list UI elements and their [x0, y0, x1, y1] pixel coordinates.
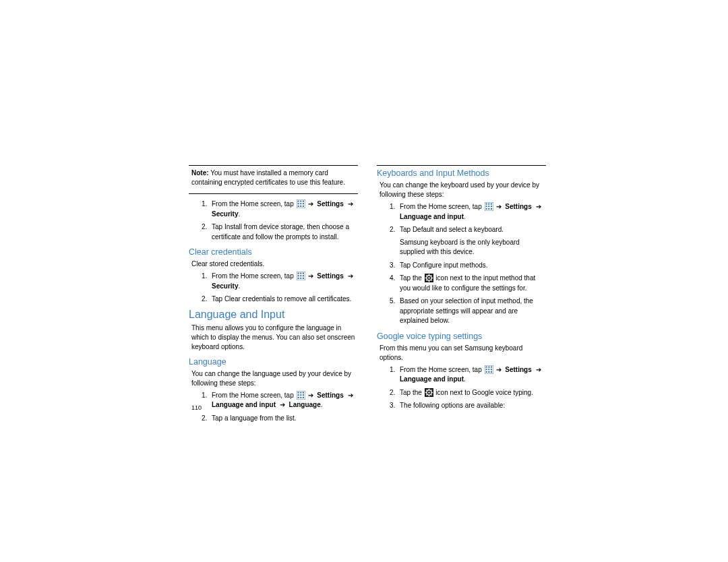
svg-point-42 — [428, 277, 429, 278]
language-steps-list: From the Home screen, tap ➔ Settings ➔ L… — [189, 391, 358, 424]
apps-icon — [485, 365, 493, 374]
clear-intro: Clear stored credentials. — [189, 258, 358, 269]
arrow-icon: ➔ — [308, 272, 313, 280]
svg-rect-16 — [302, 275, 303, 276]
apps-icon — [297, 391, 305, 400]
apps-icon — [485, 202, 493, 211]
gear-icon — [425, 274, 433, 282]
list-item: From the Home screen, tap ➔ Settings ➔ S… — [209, 199, 358, 219]
svg-line-50 — [431, 275, 431, 276]
svg-rect-58 — [485, 371, 487, 372]
arrow-icon: ➔ — [348, 272, 353, 280]
arrow-icon: ➔ — [496, 366, 502, 373]
svg-line-49 — [426, 280, 427, 280]
lang-input-intro: This menu allows you to configure the la… — [189, 322, 358, 352]
arrow-icon: ➔ — [308, 392, 313, 399]
list-item: Tap Default and select a keyboard. Samsu… — [397, 225, 546, 257]
svg-line-71 — [431, 389, 431, 390]
svg-rect-5 — [300, 203, 301, 204]
list-item: From the Home screen, tap ➔ Settings ➔ S… — [209, 272, 358, 291]
svg-rect-39 — [490, 208, 491, 210]
apps-icon — [297, 199, 305, 208]
list-item: Tap a language from the list. — [209, 414, 358, 424]
svg-line-68 — [426, 389, 427, 390]
arrow-icon: ➔ — [348, 392, 353, 399]
language-heading: Language — [189, 357, 358, 367]
arrow-icon: ➔ — [280, 401, 285, 408]
list-item: The following options are available: — [397, 401, 546, 411]
list-item: Tap Configure input methods. — [397, 261, 546, 271]
keyboards-heading: Keyboards and Input Methods — [377, 168, 546, 178]
lang-intro: You can change the language used by your… — [189, 368, 358, 388]
list-item: Tap Install from device storage, then ch… — [209, 222, 358, 242]
svg-rect-55 — [485, 369, 487, 370]
svg-line-69 — [431, 394, 431, 395]
svg-rect-60 — [490, 371, 491, 372]
note-text: You must have installed a memory card co… — [191, 169, 345, 186]
kb-steps-list: From the Home screen, tap ➔ Settings ➔ L… — [377, 202, 546, 326]
note-paragraph: Note: You must have installed a memory c… — [189, 168, 358, 187]
svg-rect-21 — [297, 392, 299, 393]
svg-rect-14 — [297, 275, 299, 276]
svg-rect-9 — [302, 206, 303, 207]
svg-rect-32 — [488, 204, 489, 205]
svg-rect-38 — [488, 208, 489, 210]
svg-line-48 — [431, 280, 431, 280]
svg-rect-52 — [485, 366, 487, 367]
arrow-icon: ➔ — [536, 203, 541, 210]
svg-rect-53 — [488, 366, 489, 367]
svg-rect-28 — [300, 396, 301, 398]
svg-line-70 — [426, 394, 427, 395]
svg-rect-17 — [297, 278, 299, 279]
svg-rect-6 — [302, 203, 303, 204]
svg-rect-11 — [297, 273, 299, 274]
list-item: From the Home screen, tap ➔ Settings ➔ L… — [209, 391, 358, 410]
arrow-icon: ➔ — [308, 200, 313, 208]
svg-rect-56 — [488, 369, 489, 370]
gv-steps-list: From the Home screen, tap ➔ Settings ➔ L… — [377, 365, 546, 411]
arrow-icon: ➔ — [536, 366, 541, 373]
svg-rect-3 — [302, 201, 303, 202]
svg-rect-19 — [302, 278, 303, 279]
left-column: Note: You must have installed a memory c… — [189, 165, 358, 427]
list-item: From the Home screen, tap ➔ Settings ➔ L… — [397, 365, 546, 385]
svg-rect-29 — [302, 396, 303, 398]
svg-rect-54 — [490, 366, 491, 367]
svg-rect-31 — [485, 204, 487, 205]
svg-rect-26 — [302, 394, 303, 396]
right-column: Keyboards and Input Methods You can chan… — [377, 165, 546, 427]
svg-rect-57 — [490, 369, 491, 370]
svg-line-47 — [426, 275, 427, 276]
gear-icon — [425, 388, 433, 397]
svg-rect-4 — [297, 203, 299, 204]
clear-credentials-heading: Clear credentials — [189, 247, 358, 257]
svg-rect-25 — [300, 394, 301, 396]
svg-rect-23 — [302, 392, 303, 393]
svg-rect-1 — [297, 201, 299, 202]
list-item: Tap the icon next to the input method th… — [397, 274, 546, 293]
svg-rect-35 — [488, 206, 489, 207]
clear-steps-list: From the Home screen, tap ➔ Settings ➔ S… — [189, 272, 358, 305]
svg-rect-36 — [490, 206, 491, 207]
apps-icon — [297, 272, 305, 280]
manual-page: Note: You must have installed a memory c… — [189, 165, 546, 427]
svg-rect-13 — [302, 273, 303, 274]
svg-rect-18 — [300, 278, 301, 279]
list-item: Tap the icon next to Google voice typing… — [397, 388, 546, 398]
svg-rect-2 — [300, 201, 301, 202]
svg-rect-15 — [300, 275, 301, 276]
arrow-icon: ➔ — [348, 200, 353, 208]
list-item: Tap Clear credentials to remove all cert… — [209, 294, 358, 305]
page-number: 110 — [191, 404, 202, 411]
kb-intro: You can change the keyboard used by your… — [377, 179, 546, 199]
svg-point-63 — [428, 392, 429, 393]
language-and-input-heading: Language and Input — [189, 309, 358, 321]
svg-rect-34 — [485, 206, 487, 207]
list-item: From the Home screen, tap ➔ Settings ➔ L… — [397, 202, 546, 222]
svg-rect-12 — [300, 273, 301, 274]
svg-rect-22 — [300, 392, 301, 393]
install-steps-list: From the Home screen, tap ➔ Settings ➔ S… — [189, 193, 358, 242]
gv-intro: From this menu you can set Samsung keybo… — [377, 342, 546, 363]
list-item: Based on your selection of input method,… — [397, 296, 546, 326]
svg-rect-7 — [297, 206, 299, 207]
